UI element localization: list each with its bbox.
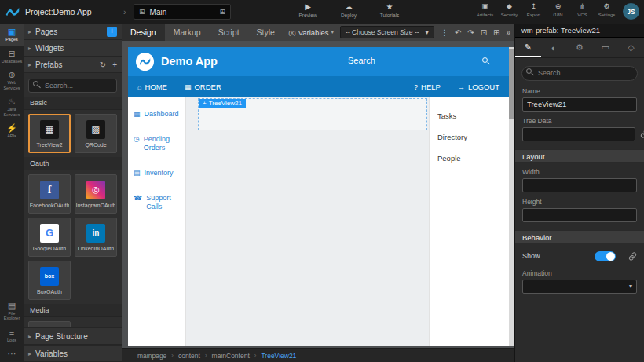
left-nav-pending-orders[interactable]: ◷ Pending Orders <box>128 129 185 159</box>
right-nav-directory[interactable]: Directory <box>430 126 509 148</box>
prefab-box-oauth[interactable]: box BoxOAuth <box>28 261 71 300</box>
prefab-treeview2[interactable]: ▦ TreeView2 <box>28 114 71 153</box>
treeview-icon: ▦ <box>40 120 59 139</box>
rail-more-button[interactable]: ⋯ <box>0 346 24 362</box>
rail-item-databases[interactable]: ⊟ Databases <box>0 46 24 68</box>
nav-order[interactable]: ▦ ORDER <box>185 82 221 91</box>
prefab-qrcode[interactable]: ▩ QRCode <box>75 114 117 153</box>
properties-panel-title: wm-prefab: TreeView21 <box>515 24 644 38</box>
widget-tag[interactable]: + TreeView21 <box>199 99 246 108</box>
rail-item-pages[interactable]: ▣ Pages <box>0 24 24 46</box>
properties-search-input[interactable] <box>521 66 638 81</box>
left-nav-inventory[interactable]: ▤ Inventory <box>128 163 185 184</box>
linkedin-icon: in <box>86 224 105 243</box>
chevron-right-icon: › <box>254 352 257 359</box>
app-main-content[interactable]: + TreeView21 <box>186 97 429 346</box>
tutorials-button[interactable]: ★ Tutorials <box>374 2 405 19</box>
prefab-instagram-oauth[interactable]: ◎ InstagramOAuth <box>75 174 117 214</box>
tab-markup[interactable]: Markup <box>165 24 210 41</box>
right-nav-tasks[interactable]: Tasks <box>430 105 509 126</box>
prefab-google-oauth[interactable]: G GoogleOAuth <box>28 218 71 257</box>
bind-link-icon[interactable] <box>628 252 637 261</box>
animation-select[interactable]: ▾ <box>522 280 637 294</box>
height-input[interactable] <box>522 208 637 222</box>
artifacts-button[interactable]: ▣ Artifacts <box>474 2 496 18</box>
instagram-icon: ◎ <box>86 181 105 199</box>
prefab-facebook-oauth[interactable]: f FacebookOAuth <box>28 174 71 214</box>
nav-logout[interactable]: → LOGOUT <box>458 82 499 91</box>
canvas-scrollbar[interactable] <box>509 47 514 346</box>
nav-help[interactable]: ? HELP <box>414 82 441 91</box>
tab-settings[interactable]: ⚙ <box>567 38 593 57</box>
layout-grid-icon[interactable]: ⊞ <box>493 28 499 37</box>
variables-accordion[interactable]: ▸ Variables <box>24 345 122 362</box>
left-nav-dashboard[interactable]: ▦ Dashboard <box>128 104 185 125</box>
prefab-linkedin-oauth[interactable]: in LinkedInOAuth <box>75 218 117 257</box>
app-search <box>346 53 489 70</box>
tab-devices[interactable]: ▭ <box>592 38 618 57</box>
bind-link-icon[interactable] <box>640 130 644 138</box>
nav-home[interactable]: ⌂ HOME <box>137 82 167 91</box>
right-nav-people[interactable]: People <box>430 148 509 169</box>
rail-item-java-services[interactable]: ♨ Java Services <box>0 93 24 120</box>
security-button[interactable]: ◆ Security <box>499 2 520 18</box>
page-selector[interactable]: ⊞ Main ⊞ <box>134 4 231 20</box>
chevron-right-icon: ▸ <box>28 28 31 35</box>
rail-item-web-services[interactable]: ⊕ Web Services <box>0 67 24 93</box>
show-toggle[interactable] <box>595 251 616 261</box>
tab-misc[interactable]: ◇ <box>618 38 644 57</box>
settings-button[interactable]: ⚙ Settings <box>596 2 617 18</box>
scrollbar-thumb[interactable] <box>509 49 514 119</box>
copy-icon[interactable]: ⊡ <box>481 28 487 37</box>
user-avatar[interactable]: JS <box>623 3 639 20</box>
left-nav-support-calls[interactable]: ☎ Support Calls <box>128 188 185 218</box>
selected-widget-treeview[interactable]: + TreeView21 <box>198 98 427 130</box>
prefab-search-input[interactable] <box>28 79 117 93</box>
tab-style[interactable]: Style <box>248 24 284 41</box>
tab-script[interactable]: Script <box>210 24 248 41</box>
refresh-icon[interactable]: ↻ <box>100 60 106 69</box>
rail-item-logs[interactable]: ≡ Logs <box>0 324 24 346</box>
redo-icon[interactable]: ↷ <box>467 28 474 37</box>
app-search-input[interactable] <box>346 53 489 68</box>
pages-icon: ▣ <box>1 27 23 37</box>
folder-icon: ▤ <box>1 301 23 311</box>
collapse-panel-icon[interactable]: » <box>506 28 510 37</box>
breadcrumb-treeview21[interactable]: TreeView21 <box>261 352 296 360</box>
rail-item-apis[interactable]: ⚡ APIs <box>0 120 24 142</box>
tree-data-input[interactable] <box>522 127 635 141</box>
preview-icon: ▶ <box>292 2 324 12</box>
export-button[interactable]: ↥ Export <box>523 2 544 18</box>
sidebar: ▸ Pages + ▸ Widgets ▸ Prefabs ↻ + Basic … <box>24 24 122 362</box>
name-input[interactable] <box>522 97 637 112</box>
name-label: Name <box>522 87 637 95</box>
breadcrumb-maincontent[interactable]: mainContent <box>212 352 250 360</box>
add-page-button[interactable]: + <box>107 27 117 37</box>
screen-size-select[interactable]: -- Choose Screen Size -- ▾ <box>340 26 434 38</box>
oauth-prefabs: f FacebookOAuth ◎ InstagramOAuth G Googl… <box>24 170 122 304</box>
editor-area: Design Markup Script Style (x) Variables… <box>122 24 514 362</box>
deploy-button[interactable]: ☁ Deploy <box>333 2 364 19</box>
rail-item-file-explorer[interactable]: ▤ File Explorer <box>0 298 24 324</box>
add-prefab-button[interactable]: + <box>112 60 117 69</box>
breadcrumb-content[interactable]: content <box>178 352 200 360</box>
i18n-button[interactable]: ⊕ i18N <box>547 2 569 18</box>
search-icon <box>526 68 532 74</box>
tab-design[interactable]: Design <box>122 24 165 41</box>
properties-search <box>521 64 638 81</box>
breadcrumb-mainpage[interactable]: mainpage <box>137 352 166 360</box>
vcs-button[interactable]: ⋔ VCS <box>572 2 593 18</box>
widgets-accordion[interactable]: ▸ Widgets <box>24 40 122 57</box>
width-input[interactable] <box>522 178 637 192</box>
variables-dropdown[interactable]: (x) Variables ▾ <box>288 28 334 37</box>
app-header: Demo App <box>128 47 509 76</box>
page-structure-accordion[interactable]: ▸ Page Structure <box>24 327 122 345</box>
preview-button[interactable]: ▶ Preview <box>292 2 324 19</box>
tab-properties[interactable]: ✎ <box>515 38 541 57</box>
prefabs-accordion[interactable]: ▸ Prefabs ↻ + <box>24 57 122 73</box>
cart-icon: ▦ <box>185 83 192 91</box>
undo-icon[interactable]: ↶ <box>455 28 461 37</box>
pages-accordion[interactable]: ▸ Pages + <box>24 24 122 40</box>
tab-styles[interactable]: ◐ <box>541 38 567 57</box>
more-menu-icon[interactable]: ⋮ <box>441 28 448 37</box>
